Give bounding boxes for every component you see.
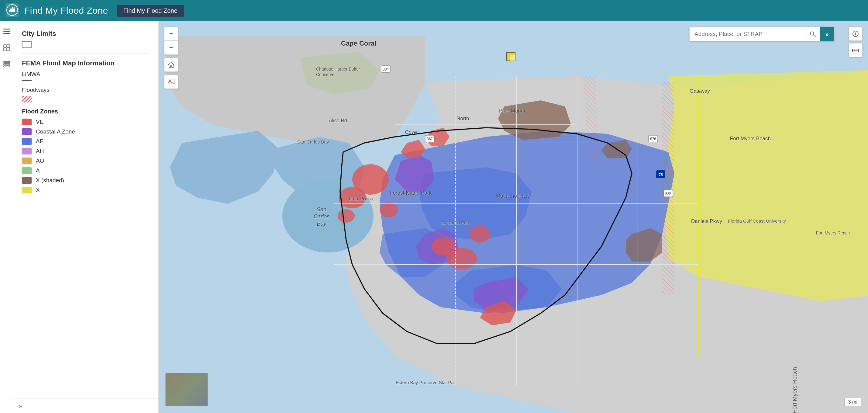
minimap-preview — [166, 373, 208, 406]
legend-panel: City Limits FEMA Flood Map Information L… — [13, 21, 159, 413]
svg-text:🏙: 🏙 — [9, 7, 15, 13]
flood-zone-ve: VE — [22, 119, 150, 125]
map-container[interactable]: 75 884 876 867 885 Cape Coral Pine Manor… — [159, 21, 868, 413]
svg-rect-4 — [3, 31, 10, 32]
flood-zone-ao: AO — [22, 157, 150, 164]
gallery-button[interactable] — [164, 75, 178, 89]
svg-point-29 — [339, 187, 366, 208]
flood-zone-swatch-x — [22, 187, 32, 194]
flood-zone-ae: AE — [22, 138, 150, 145]
flood-zone-swatch-ve — [22, 119, 32, 125]
limwa-title: LiMWA — [22, 71, 150, 78]
flood-zone-swatch-ao — [22, 157, 32, 164]
flood-zone-label-ah: AH — [36, 148, 44, 154]
svg-rect-45 — [510, 55, 515, 61]
flood-zones-title: Flood Zones — [22, 108, 150, 115]
flood-zone-label-a: A — [36, 167, 40, 174]
svg-rect-9 — [7, 48, 10, 51]
flood-zone-a: A — [22, 167, 150, 174]
svg-point-36 — [338, 209, 355, 223]
flood-zone-x-shaded: X (shaded) — [22, 177, 150, 184]
limwa-subsection: LiMWA — [22, 71, 150, 81]
flood-zone-ah: AH — [22, 148, 150, 154]
svg-rect-10 — [4, 61, 10, 63]
city-limits-swatch — [22, 41, 32, 48]
map-controls-right: i — [848, 27, 863, 57]
header: 🏙 Find My Flood Zone Find My Flood Zone — [0, 0, 868, 21]
search-input[interactable] — [690, 27, 805, 41]
table-icon-button[interactable] — [2, 59, 12, 69]
zoom-in-button[interactable]: + — [164, 27, 178, 41]
search-expand-button[interactable]: » — [820, 27, 834, 41]
svg-text:876: 876 — [650, 137, 656, 141]
flood-zone-swatch-a — [22, 167, 32, 174]
home-button[interactable] — [164, 58, 178, 72]
flood-zone-label-ao: AO — [36, 157, 44, 164]
floodways-title: Floodways — [22, 87, 150, 93]
map-background: 75 884 876 867 885 — [159, 21, 868, 413]
svg-text:884: 884 — [383, 67, 389, 71]
city-limits-section: City Limits — [22, 30, 150, 48]
zoom-out-button[interactable]: − — [164, 41, 178, 55]
flood-zone-swatch-coastal-a — [22, 128, 32, 135]
header-title: Find My Flood Zone — [24, 5, 108, 16]
scale-label: 3 mi — [848, 399, 857, 405]
measure-button[interactable] — [848, 43, 863, 57]
find-flood-zone-button[interactable]: Find My Flood Zone — [117, 5, 184, 17]
legend-content: City Limits FEMA Flood Map Information L… — [13, 21, 158, 399]
info-button[interactable]: i — [848, 27, 863, 41]
scale-bar: 3 mi — [844, 398, 861, 406]
svg-point-35 — [469, 226, 491, 243]
svg-rect-5 — [3, 33, 10, 34]
flood-zones-subsection: Flood Zones VECoastal A ZoneAEAHAOAX (sh… — [22, 108, 150, 194]
flood-zone-x: X — [22, 187, 150, 194]
flood-zone-swatch-ae — [22, 138, 32, 145]
svg-point-34 — [446, 248, 477, 269]
flood-zone-label-ae: AE — [36, 138, 43, 145]
minimap — [165, 373, 208, 406]
svg-rect-11 — [4, 64, 10, 65]
svg-marker-42 — [662, 82, 674, 295]
search-bar: » — [689, 27, 835, 41]
flood-zone-label-x: X — [36, 187, 40, 194]
search-button[interactable] — [805, 27, 820, 41]
flood-zone-swatch-ah — [22, 148, 32, 154]
expand-chevron: » — [19, 402, 22, 409]
svg-rect-8 — [4, 48, 6, 51]
svg-rect-12 — [4, 66, 10, 67]
sidebar-icon-strip — [0, 21, 13, 413]
svg-point-30 — [380, 202, 398, 217]
layers-icon-button[interactable] — [2, 26, 12, 36]
svg-text:867: 867 — [427, 137, 433, 141]
svg-marker-17 — [662, 70, 868, 301]
header-logo: 🏙 — [5, 3, 19, 18]
basemap-icon-button[interactable] — [2, 42, 12, 53]
svg-marker-66 — [168, 62, 174, 67]
flood-zone-coastal-a: Coastal A Zone — [22, 128, 150, 135]
svg-text:75: 75 — [659, 173, 663, 177]
svg-marker-69 — [168, 82, 174, 84]
floodways-subsection: Floodways — [22, 87, 150, 102]
flood-zone-label-x-shaded: X (shaded) — [36, 177, 64, 184]
map-controls-topleft: + − — [164, 27, 178, 89]
fema-section: FEMA Flood Map Information LiMWA Floodwa… — [22, 59, 150, 194]
svg-text:885: 885 — [665, 191, 671, 196]
main-layout: City Limits FEMA Flood Map Information L… — [0, 21, 868, 413]
fema-title: FEMA Flood Map Information — [22, 59, 150, 67]
flood-zones-list: VECoastal A ZoneAEAHAOAX (shaded)X — [22, 119, 150, 194]
limwa-swatch — [22, 80, 32, 81]
divider-1 — [22, 54, 150, 54]
city-limits-item — [22, 41, 150, 48]
zoom-controls: + − — [164, 27, 178, 55]
svg-rect-3 — [3, 29, 10, 30]
flood-zone-label-ve: VE — [36, 119, 43, 125]
svg-rect-6 — [4, 45, 6, 48]
city-limits-title: City Limits — [22, 30, 150, 38]
svg-text:i: i — [855, 32, 856, 36]
flood-zone-label-coastal-a: Coastal A Zone — [36, 128, 75, 135]
svg-rect-7 — [7, 45, 10, 48]
sidebar-expand-button[interactable]: » — [13, 399, 158, 413]
svg-line-71 — [813, 35, 815, 37]
flood-zone-swatch-x-shaded — [22, 177, 32, 184]
floodways-swatch — [22, 96, 32, 102]
